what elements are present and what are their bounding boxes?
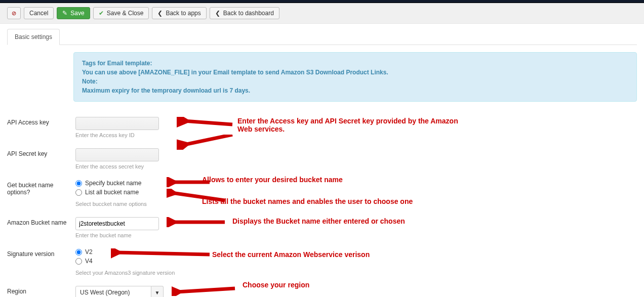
label-bucket-name: Amazon Bucket name: [7, 217, 75, 226]
help-api-secret-key: Enter the access secret key: [75, 163, 177, 169]
cancel-icon: ⊘: [12, 10, 16, 17]
svg-line-7: [177, 288, 235, 292]
check-icon: ✔: [99, 10, 104, 17]
svg-line-1: [184, 121, 232, 124]
cancel-label: Cancel: [29, 10, 48, 17]
radio-list-bucket[interactable]: [75, 189, 82, 196]
info-note-desc: Maximum expiry for the temproary downloa…: [82, 86, 628, 95]
label-api-secret-key: API Secret key: [7, 148, 75, 157]
chevron-left-icon: ❮: [215, 10, 220, 17]
label-region: Region: [7, 286, 75, 295]
label-api-access-key: API Access key: [7, 117, 75, 126]
annotation-specify-bucket: Allows to enter your desired bucket name: [202, 176, 343, 184]
info-note-label: Note:: [82, 77, 628, 86]
radio-label-specify: Specify bucket name: [85, 180, 141, 187]
label-sig-version: Signature version: [7, 248, 75, 258]
help-sig-version: Select your Amazons3 signature version: [75, 270, 177, 276]
radio-label-list: List all bucket name: [85, 189, 139, 196]
annotation-access-keys: Enter the Access key and API Secret key …: [237, 117, 470, 133]
annotation-bucket-display: Displays the Bucket name either entered …: [232, 217, 405, 225]
tabs: Basic settings: [7, 29, 637, 45]
tab-basic-settings[interactable]: Basic settings: [7, 29, 60, 45]
chevron-down-icon: ▼: [151, 286, 164, 297]
help-bucket-options: Select buccket name options: [75, 201, 177, 207]
input-bucket-name[interactable]: [75, 217, 159, 230]
back-dash-label: Back to dashboard: [223, 10, 274, 17]
radio-v2[interactable]: [75, 249, 82, 256]
select-region-value: US West (Oregon): [75, 286, 151, 297]
save-close-label: Save & Close: [107, 10, 144, 17]
radio-label-v4: V4: [85, 258, 93, 265]
back-apps-label: Back to apps: [166, 10, 200, 17]
annotation-sig-version: Select the current Amazon Webservice ver…: [212, 250, 370, 259]
chevron-left-icon: ❮: [157, 10, 163, 17]
pencil-icon: ✎: [62, 10, 67, 17]
annotation-list-bucket: Lists all the bucket names and enables t…: [202, 197, 413, 205]
help-api-access-key: Enter the Access key ID: [75, 132, 177, 138]
input-api-access-key[interactable]: [75, 117, 159, 130]
back-apps-button[interactable]: ❮Back to apps: [152, 7, 206, 19]
toolbar: ⊘ Cancel ✎Save ✔Save & Close ❮Back to ap…: [0, 3, 644, 24]
radio-v4[interactable]: [75, 258, 82, 265]
cancel-button[interactable]: Cancel: [24, 7, 54, 19]
input-api-secret-key[interactable]: [75, 148, 159, 161]
info-tags-desc: You can use above [AMAZONE_FILE] in your…: [82, 68, 628, 77]
info-tags-label: Tags for Email template:: [82, 59, 628, 68]
select-region[interactable]: US West (Oregon) ▼: [75, 286, 177, 297]
save-close-button[interactable]: ✔Save & Close: [93, 7, 149, 19]
info-panel: Tags for Email template: You can use abo…: [73, 52, 637, 102]
save-button[interactable]: ✎Save: [57, 7, 90, 19]
radio-specify-bucket[interactable]: [75, 180, 82, 187]
back-dashboard-button[interactable]: ❮Back to dashboard: [210, 7, 279, 19]
radio-label-v2: V2: [85, 248, 93, 256]
annotation-region: Choose your region: [243, 281, 309, 289]
label-bucket-options: Get bucket name options?: [7, 180, 75, 196]
svg-line-2: [184, 135, 232, 145]
save-label: Save: [70, 10, 84, 17]
cancel-icon-button[interactable]: ⊘: [7, 7, 21, 19]
settings-form: API Access key Enter the Access key ID E…: [0, 117, 644, 297]
help-bucket-name: Enter the bucket name: [75, 232, 177, 238]
svg-line-6: [116, 252, 210, 254]
